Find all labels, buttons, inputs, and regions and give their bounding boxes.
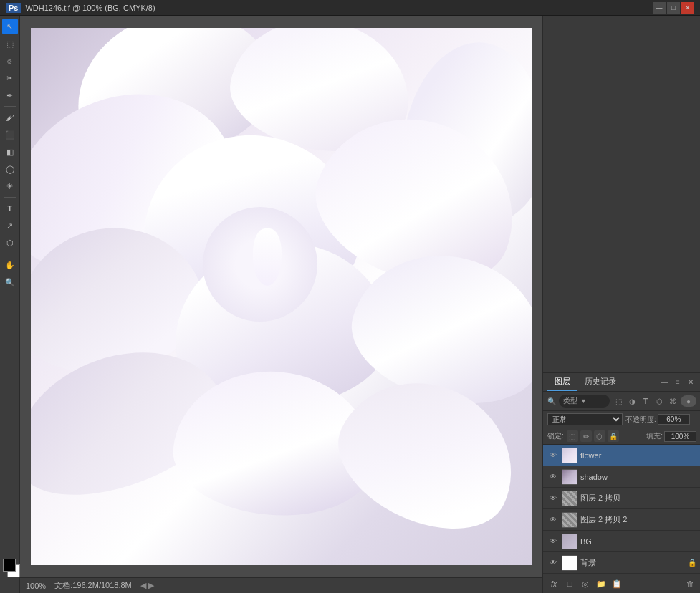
- layer-thumbnail-layer2copy2: [562, 512, 577, 528]
- new-layer-button[interactable]: 📋: [610, 577, 623, 590]
- filter-dropdown-icon[interactable]: ▼: [580, 397, 587, 405]
- panel-close-icon[interactable]: ✕: [685, 377, 696, 388]
- tool-move[interactable]: ↖: [2, 19, 18, 34]
- layer-thumbnail-background: [562, 555, 577, 571]
- flower-canvas: [31, 28, 532, 565]
- tool-gradient[interactable]: ◧: [2, 144, 18, 160]
- zoom-level: 100%: [26, 582, 46, 590]
- foreground-color[interactable]: [3, 559, 16, 572]
- layer-item-layer2copy2[interactable]: 👁 图层 2 拷贝 2: [543, 509, 700, 531]
- layer-filter-bar: 🔍 类型 ▼ ⬚ ◑ T ⬡ ⌘ ●: [543, 392, 700, 411]
- tool-path-select[interactable]: ↗: [2, 218, 18, 233]
- layer-visibility-shadow[interactable]: 👁: [547, 471, 559, 483]
- layer-item-background[interactable]: 👁 背景 🔒: [543, 552, 700, 574]
- tool-text[interactable]: T: [2, 201, 18, 216]
- new-group-button[interactable]: 📁: [595, 577, 608, 590]
- eye-icon-bg: 👁: [550, 537, 557, 545]
- layer-visibility-flower[interactable]: 👁: [547, 450, 559, 461]
- tool-zoom[interactable]: 🔍: [2, 274, 18, 290]
- lock-pixels-icon[interactable]: ⬚: [567, 430, 578, 442]
- tool-eraser[interactable]: ⬛: [2, 127, 18, 143]
- filter-smart-icon[interactable]: ⌘: [667, 395, 679, 407]
- filter-icons: ⬚ ◑ T ⬡ ⌘ ●: [613, 395, 696, 407]
- filter-text-icon[interactable]: T: [640, 395, 651, 407]
- layer-thumbnail-flower: [562, 448, 577, 463]
- tool-separator-3: [4, 254, 16, 254]
- add-adjustment-button[interactable]: ◎: [579, 577, 592, 590]
- doc-info: 文档:196.2M/1018.8M: [54, 580, 132, 591]
- tool-crop[interactable]: ✂: [2, 70, 18, 86]
- title-bar: Ps WDH1246.tif @ 100% (BG, CMYK/8) — □ ✕: [0, 0, 700, 16]
- ps-icon: Ps: [6, 3, 21, 13]
- layer-name-bg: BG: [580, 537, 696, 546]
- tool-lasso[interactable]: ⌾: [2, 53, 18, 69]
- layer-visibility-layer2copy2[interactable]: 👁: [547, 514, 559, 526]
- layers-panel-header: 图层 历史记录 — ≡ ✕: [543, 373, 700, 392]
- tool-select-rect[interactable]: ⬚: [2, 36, 18, 52]
- add-mask-button[interactable]: □: [563, 577, 576, 590]
- blend-mode-select[interactable]: 正常: [547, 413, 623, 425]
- tool-eyedropper[interactable]: ✒: [2, 87, 18, 103]
- eye-icon-background: 👁: [550, 559, 557, 567]
- maximize-button[interactable]: □: [667, 2, 680, 14]
- layer-name-flower: flower: [580, 451, 696, 460]
- filter-pixel-icon[interactable]: ⬚: [613, 395, 624, 407]
- tool-hand[interactable]: ✋: [2, 257, 18, 273]
- tool-dodge[interactable]: ◯: [2, 161, 18, 177]
- layer-item-bg[interactable]: 👁 BG: [543, 531, 700, 552]
- layer-name-layer2copy2: 图层 2 拷贝 2: [580, 514, 696, 525]
- lock-label: 锁定:: [547, 431, 564, 441]
- layer-visibility-layer2copy[interactable]: 👁: [547, 493, 559, 504]
- opacity-wrapper: 不透明度:: [625, 414, 696, 425]
- layer-visibility-background[interactable]: 👁: [547, 557, 559, 569]
- tool-pen[interactable]: ✳: [2, 178, 18, 194]
- add-fx-button[interactable]: fx: [547, 577, 560, 590]
- tool-brush[interactable]: 🖌: [2, 110, 18, 125]
- layer-name-layer2copy: 图层 2 拷贝: [580, 493, 696, 503]
- layer-item-shadow[interactable]: 👁 shadow: [543, 466, 700, 488]
- panel-minimize-icon[interactable]: —: [659, 377, 671, 388]
- layer-lock-bar: 锁定: ⬚ ✏ ⬡ 🔒 填充:: [543, 428, 700, 445]
- eye-icon-shadow: 👁: [550, 473, 557, 481]
- opacity-input[interactable]: [658, 414, 690, 425]
- layer-item-flower[interactable]: 👁 flower: [543, 445, 700, 466]
- tab-history[interactable]: 历史记录: [577, 373, 623, 391]
- eye-icon-layer2copy2: 👁: [550, 516, 557, 524]
- tab-layers[interactable]: 图层: [547, 373, 577, 391]
- filter-type-label: 类型: [563, 396, 577, 406]
- layers-list: 👁 flower 👁 shadow 👁: [543, 445, 700, 574]
- filter-adjust-icon[interactable]: ◑: [626, 395, 638, 407]
- delete-layer-button[interactable]: 🗑: [684, 577, 696, 590]
- layer-thumbnail-bg: [562, 534, 577, 549]
- layers-panel: 图层 历史记录 — ≡ ✕ 🔍 类型 ▼ ⬚ ◑: [543, 372, 700, 593]
- window-controls: — □ ✕: [653, 2, 694, 14]
- layer-thumbnail-shadow: [562, 469, 577, 485]
- layers-footer: fx □ ◎ 📁 📋 🗑: [543, 574, 700, 593]
- layer-item-layer2copy[interactable]: 👁 图层 2 拷贝: [543, 488, 700, 509]
- status-bar: 100% 文档:196.2M/1018.8M ◀ ▶: [20, 577, 542, 593]
- eye-icon-flower: 👁: [550, 451, 557, 459]
- opacity-label: 不透明度:: [625, 415, 656, 425]
- filter-toggle[interactable]: ●: [681, 395, 696, 407]
- fill-input[interactable]: [664, 431, 696, 442]
- title-content: Ps WDH1246.tif @ 100% (BG, CMYK/8): [6, 3, 155, 13]
- main-layout: ↖ ⬚ ⌾ ✂ ✒ 🖌 ⬛ ◧ ◯ ✳ T ↗ ⬡ ✋ 🔍: [0, 16, 700, 593]
- lock-all-icon[interactable]: 🔒: [608, 430, 619, 442]
- layer-search-wrapper: 类型 ▼: [559, 395, 610, 408]
- tool-separator-1: [4, 106, 16, 107]
- layer-name-background: 背景: [580, 557, 685, 568]
- canvas-area[interactable]: 100% 文档:196.2M/1018.8M ◀ ▶: [20, 16, 542, 593]
- filter-search-icon: 🔍: [547, 397, 556, 405]
- layer-visibility-bg[interactable]: 👁: [547, 536, 559, 547]
- close-button[interactable]: ✕: [681, 2, 694, 14]
- tool-shape[interactable]: ⬡: [2, 235, 18, 251]
- panel-menu-icon[interactable]: ≡: [672, 377, 684, 388]
- lock-position-icon[interactable]: ✏: [580, 430, 592, 442]
- window-title: WDH1246.tif @ 100% (BG, CMYK/8): [25, 4, 155, 12]
- minimize-button[interactable]: —: [653, 2, 666, 14]
- lock-artboard-icon[interactable]: ⬡: [594, 430, 605, 442]
- filter-shape-icon[interactable]: ⬡: [653, 395, 665, 407]
- petal-highlight: [253, 228, 282, 286]
- tool-separator-2: [4, 197, 16, 198]
- fill-wrapper: 填充:: [646, 431, 696, 442]
